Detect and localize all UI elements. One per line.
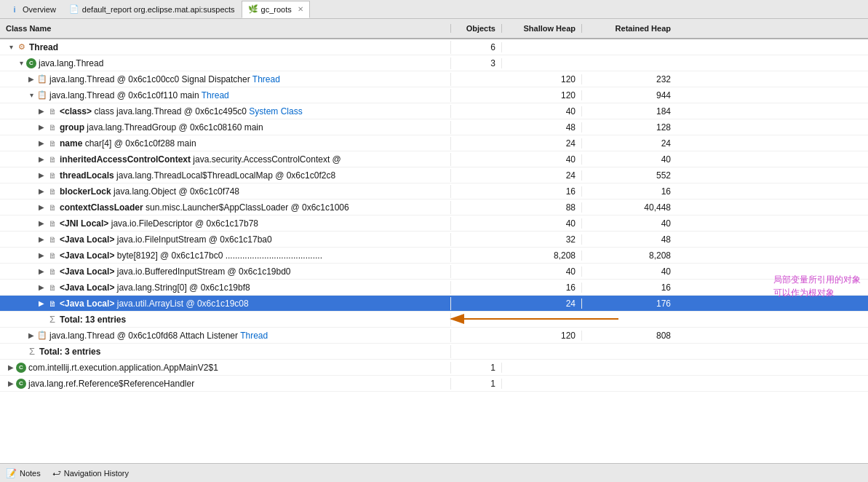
expand-btn[interactable]: ▾ — [6, 42, 16, 52]
cell-shallow: 120 — [502, 74, 582, 84]
table-row[interactable]: ▾ 📋 java.lang.Thread @ 0x6c1c0f110 main … — [0, 87, 868, 103]
table-row[interactable]: ▶ 🗎 <Java Local> java.lang.String[0] @ 0… — [0, 280, 868, 296]
doc-icon: 🗎 — [47, 186, 58, 197]
cell-objects: 6 — [451, 42, 502, 52]
doc-icon: 🗎 — [47, 250, 58, 261]
row-name: java.lang.Thread @ 0x6c1c0fd68 Attach Li… — [49, 331, 268, 341]
expand-btn[interactable]: ▶ — [6, 379, 16, 389]
row-name: group java.lang.ThreadGroup @ 0x6c1c0816… — [60, 122, 263, 133]
tab-default-report[interactable]: 📄 default_report org.eclipse.mat.api:sus… — [63, 1, 242, 18]
row-name: com.intellij.rt.execution.application.Ap… — [28, 363, 218, 373]
expand-btn[interactable]: ▾ — [16, 58, 26, 68]
table-row[interactable]: ▶ 🗎 <Java Local> byte[8192] @ 0x6c1c17bc… — [0, 248, 868, 264]
table-row[interactable]: ▾ C java.lang.Thread 3 — [0, 55, 868, 71]
expand-btn[interactable]: ▶ — [36, 218, 47, 229]
row-name: Total: 3 entries — [39, 347, 100, 357]
row-name: <class> class java.lang.Thread @ 0x6c1c4… — [60, 106, 303, 116]
expand-btn[interactable]: ▶ — [36, 122, 47, 133]
tree-body[interactable]: ▾ ⚙ Thread 6 ▾ C java.lang.Thread 3 — [0, 39, 868, 463]
cell-classname: ▶ 🗎 <class> class java.lang.Thread @ 0x6… — [0, 105, 451, 118]
table-row[interactable]: ▶ C java.lang.ref.Reference$ReferenceHan… — [0, 376, 868, 392]
expand-btn[interactable]: ▶ — [6, 363, 16, 373]
cell-classname: ▶ 📋 java.lang.Thread @ 0x6c1c0fd68 Attac… — [0, 329, 451, 342]
table-row[interactable]: ▶ 🗎 blockerLock java.lang.Object @ 0x6c1… — [0, 183, 868, 199]
close-icon[interactable]: ✕ — [298, 5, 303, 13]
row-name: Thread — [29, 42, 58, 52]
row-name: <JNI Local> java.io.FileDescriptor @ 0x6… — [60, 218, 258, 229]
table-row[interactable]: ▶ 🗎 group java.lang.ThreadGroup @ 0x6c1c… — [0, 119, 868, 135]
expand-btn[interactable]: ▶ — [36, 299, 47, 309]
table-row[interactable]: ▶ 🗎 <class> class java.lang.Thread @ 0x6… — [0, 103, 868, 119]
table-row[interactable]: ▶ 🗎 contextClassLoader sun.misc.Launcher… — [0, 199, 868, 216]
expand-btn[interactable]: ▾ — [26, 90, 36, 100]
info-icon: i — [9, 4, 20, 15]
cell-objects: 1 — [451, 363, 502, 373]
tab-gc-label: gc_roots — [261, 5, 292, 14]
expand-btn[interactable]: ▶ — [36, 283, 47, 293]
table-row[interactable]: ▶ 🗎 name char[4] @ 0x6c1c0f288 main 24 2… — [0, 135, 868, 151]
expand-btn[interactable]: ▶ — [36, 234, 47, 245]
table-row-selected[interactable]: ▶ 🗎 <Java Local> java.util.ArrayList @ 0… — [0, 296, 868, 312]
expand-btn[interactable]: ▶ — [36, 138, 47, 149]
annotation-line1: 局部变量所引用的对象 — [773, 273, 861, 286]
table-row[interactable]: ▶ 📋 java.lang.Thread @ 0x6c1c0fd68 Attac… — [0, 328, 868, 344]
row-name: java.lang.Thread @ 0x6c1c00cc0 Signal Di… — [49, 74, 280, 84]
expand-btn[interactable]: ▶ — [36, 154, 47, 165]
cell-retained: 24 — [582, 138, 677, 149]
row-name: contextClassLoader sun.misc.Launcher$App… — [60, 202, 349, 213]
row-name: java.lang.Thread — [39, 58, 103, 68]
cell-classname: ▶ 🗎 contextClassLoader sun.misc.Launcher… — [0, 201, 451, 214]
expand-btn[interactable]: ▶ — [26, 74, 36, 84]
javaclass-icon: C — [16, 363, 26, 373]
cell-classname: ▾ C java.lang.Thread — [0, 58, 451, 69]
cell-classname: ▶ 🗎 <Java Local> byte[8192] @ 0x6c1c17bc… — [0, 249, 451, 262]
expand-btn[interactable]: ▶ — [26, 331, 36, 341]
table-row[interactable]: Σ Total: 3 entries — [0, 344, 868, 360]
cell-classname: ▶ C com.intellij.rt.execution.applicatio… — [0, 362, 451, 374]
row-name: <Java Local> java.lang.String[0] @ 0x6c1… — [60, 283, 250, 293]
annotation-text: 局部变量所引用的对象 可以作为根对象 — [773, 273, 861, 299]
tab-nav-history[interactable]: ⮐ Navigation History — [52, 468, 129, 478]
expand-btn[interactable]: ▶ — [36, 266, 47, 277]
cell-retained: 40,448 — [582, 202, 677, 213]
cell-shallow: 40 — [502, 218, 582, 229]
field-icon: 📋 — [36, 330, 48, 341]
cell-shallow: 16 — [502, 283, 582, 293]
tab-gc-roots[interactable]: 🌿 gc_roots ✕ — [242, 1, 310, 18]
cell-classname: ▶ C java.lang.ref.Reference$ReferenceHan… — [0, 378, 451, 390]
tab-overview[interactable]: i Overview — [3, 1, 63, 18]
doc-icon: 🗎 — [47, 106, 58, 117]
cell-shallow: 24 — [502, 170, 582, 181]
gc-icon: 🌿 — [248, 4, 258, 15]
table-row[interactable]: ▶ 🗎 <Java Local> java.io.BufferedInputSt… — [0, 264, 868, 280]
expand-btn[interactable]: ▶ — [36, 106, 47, 116]
expand-btn[interactable]: ▶ — [36, 202, 47, 213]
tab-notes[interactable]: 📝 Notes — [6, 468, 41, 478]
cell-retained: 48 — [582, 234, 677, 245]
table-row[interactable]: ▶ 📋 java.lang.Thread @ 0x6c1c00cc0 Signa… — [0, 71, 868, 87]
notes-icon: 📝 — [6, 468, 17, 478]
expand-btn-spacer — [16, 347, 26, 357]
cell-retained: 232 — [582, 74, 677, 84]
table-row[interactable]: ▾ ⚙ Thread 6 — [0, 39, 868, 55]
row-name: inheritedAccessControlContext java.secur… — [60, 154, 341, 165]
cell-retained: 16 — [582, 186, 677, 197]
table-row[interactable]: ▶ 🗎 <Java Local> java.io.FileInputStream… — [0, 232, 868, 248]
sigma-icon: Σ — [26, 346, 38, 357]
table-row[interactable]: ▶ 🗎 <JNI Local> java.io.FileDescriptor @… — [0, 216, 868, 232]
row-name: <Java Local> java.util.ArrayList @ 0x6c1… — [60, 299, 249, 309]
cell-retained: 552 — [582, 170, 677, 181]
cell-shallow: 88 — [502, 202, 582, 213]
table-row[interactable]: ▶ 🗎 inheritedAccessControlContext java.s… — [0, 151, 868, 167]
row-name: name char[4] @ 0x6c1c0f288 main — [60, 138, 196, 149]
doc-icon: 🗎 — [47, 266, 58, 277]
table-row[interactable]: ▶ 🗎 threadLocals java.lang.ThreadLocal$T… — [0, 167, 868, 183]
table-row[interactable]: ▶ C com.intellij.rt.execution.applicatio… — [0, 360, 868, 376]
cell-shallow: 8,208 — [502, 250, 582, 261]
expand-btn[interactable]: ▶ — [36, 186, 47, 197]
expand-btn[interactable]: ▶ — [36, 250, 47, 261]
table-row[interactable]: Σ Total: 13 entries — [0, 312, 868, 328]
cell-classname: Σ Total: 13 entries — [0, 313, 451, 326]
javaclass-icon: C — [16, 379, 26, 389]
expand-btn[interactable]: ▶ — [36, 170, 47, 181]
